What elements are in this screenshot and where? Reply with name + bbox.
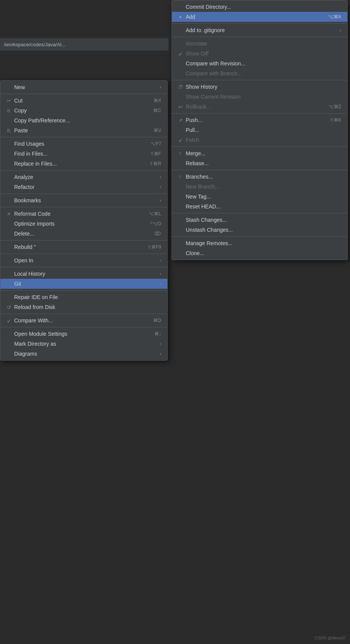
- right-menu-item-unstash-changes[interactable]: Unstash Changes...: [172, 225, 347, 235]
- menu-item-reformat-code[interactable]: ≡ Reformat Code ⌥⌘L: [0, 209, 167, 219]
- submenu-arrow-icon: ›: [160, 258, 161, 263]
- menu-item-diagrams[interactable]: Diagrams ›: [0, 349, 167, 359]
- menu-separator: [172, 23, 347, 24]
- menu-item-label: Find in Files...: [14, 151, 138, 157]
- menu-item-mark-directory-as[interactable]: Mark Directory as ›: [0, 339, 167, 349]
- menu-item-label: Repair IDE on File: [14, 294, 161, 300]
- submenu-arrow-icon: ›: [340, 28, 341, 33]
- menu-item-repair-ide[interactable]: Repair IDE on File: [0, 292, 167, 302]
- right-menu-item-fetch[interactable]: ↙ Fetch: [172, 135, 347, 145]
- menu-item-label: Open Module Settings: [14, 331, 142, 337]
- menu-item-open-in[interactable]: Open In ›: [0, 255, 167, 265]
- right-menu-item-manage-remotes[interactable]: Manage Remotes...: [172, 238, 347, 248]
- submenu-arrow-icon: ›: [160, 184, 161, 190]
- menu-item-label: Diagrams: [14, 351, 157, 357]
- menu-item-rebuild[interactable]: Rebuild '' ⇧⌘F9: [0, 242, 167, 252]
- menu-separator: [0, 94, 167, 94]
- compare-with-icon: ↙: [5, 318, 13, 324]
- menu-separator: [172, 37, 347, 37]
- right-menu-item-annotate[interactable]: Annotate: [172, 39, 347, 49]
- push-icon: ↗: [177, 117, 184, 123]
- menu-item-label: New Tag...: [186, 194, 341, 200]
- menu-item-label: Rebuild '': [14, 244, 135, 250]
- menu-item-open-module-settings[interactable]: Open Module Settings ⌘↓: [0, 329, 167, 339]
- menu-item-replace-in-files[interactable]: Replace in Files... ⇧⌘R: [0, 159, 167, 169]
- right-menu-item-add[interactable]: + Add ⌥⌘A: [172, 12, 347, 22]
- menu-item-label: Stash Changes...: [186, 217, 341, 223]
- right-menu-item-rebase[interactable]: Rebase...: [172, 158, 347, 168]
- menu-item-shortcut: ⌦: [155, 231, 161, 236]
- menu-separator: [0, 194, 167, 194]
- menu-item-copy[interactable]: ⎘ Copy ⌘C: [0, 106, 167, 115]
- branches-icon: ⑂: [177, 174, 184, 180]
- menu-separator: [172, 170, 347, 170]
- menu-item-shortcut: ⌘V: [154, 128, 161, 133]
- right-menu-item-compare-with-revision[interactable]: Compare with Revision...: [172, 59, 347, 68]
- menu-item-label: Compare with Revision...: [186, 60, 341, 67]
- paste-icon: ⎘: [5, 128, 13, 133]
- menu-separator: [0, 267, 167, 267]
- menu-item-delete[interactable]: Delete... ⌦: [0, 229, 167, 239]
- right-menu-item-show-diff[interactable]: ↙ Show Diff: [172, 49, 347, 59]
- menu-item-shortcut: ⌥⌘A: [328, 14, 341, 20]
- menu-item-new[interactable]: New ›: [0, 82, 167, 92]
- menu-item-git[interactable]: Git ›: [0, 279, 167, 289]
- menu-item-copy-path[interactable]: Copy Path/Reference...: [0, 115, 167, 125]
- menu-item-shortcut: ⌥⌘Z: [329, 104, 341, 109]
- menu-item-label: Cut: [14, 98, 141, 104]
- menu-item-shortcut: ⌘D: [153, 318, 161, 323]
- show-history-icon: ⏱: [177, 84, 184, 90]
- menu-item-compare-with[interactable]: ↙ Compare With... ⌘D: [0, 315, 167, 325]
- menu-item-label: Copy: [14, 107, 141, 114]
- menu-item-label: Copy Path/Reference...: [14, 117, 161, 124]
- menu-separator: [0, 290, 167, 291]
- menu-item-find-usages[interactable]: Find Usages ⌥F7: [0, 139, 167, 149]
- menu-item-label: Add to .gitignore: [186, 27, 337, 33]
- menu-item-shortcut: ⌥F7: [150, 141, 161, 146]
- menu-item-label: New: [14, 84, 157, 90]
- right-menu-item-reset-head[interactable]: Reset HEAD...: [172, 202, 347, 211]
- rollback-icon: ↩: [177, 104, 184, 110]
- right-menu-item-show-current-revision[interactable]: Show Current Revision: [172, 92, 347, 102]
- right-menu-item-pull[interactable]: Pull...: [172, 125, 347, 135]
- cut-icon: ✂: [5, 98, 13, 104]
- right-menu-item-new-tag[interactable]: New Tag...: [172, 192, 347, 202]
- menu-item-label: Unstash Changes...: [186, 227, 341, 233]
- menu-item-label: Reload from Disk: [14, 304, 161, 310]
- menu-item-label: Replace in Files...: [14, 161, 137, 167]
- menu-item-reload-from-disk[interactable]: ↺ Reload from Disk: [0, 302, 167, 312]
- add-icon: +: [177, 14, 184, 20]
- menu-item-label: Reformat Code: [14, 211, 136, 217]
- right-menu-item-push[interactable]: ↗ Push... ⇧⌘K: [172, 115, 347, 125]
- right-menu-item-commit-directory[interactable]: Commit Directory...: [172, 2, 347, 12]
- menu-item-shortcut: ^⌥O: [150, 221, 161, 226]
- menu-item-find-in-files[interactable]: Find in Files... ⇧⌘F: [0, 149, 167, 159]
- right-menu-item-merge[interactable]: ⑂ Merge...: [172, 148, 347, 158]
- attribution-text: CSDN @Akira37: [314, 636, 346, 640]
- menu-item-local-history[interactable]: Local History ›: [0, 269, 167, 279]
- right-menu-item-show-history[interactable]: ⏱ Show History: [172, 82, 347, 92]
- menu-item-label: Analyze: [14, 174, 157, 180]
- menu-item-optimize-imports[interactable]: Optimize Imports ^⌥O: [0, 219, 167, 229]
- menu-item-refactor[interactable]: Refactor ›: [0, 182, 167, 192]
- menu-item-paste[interactable]: ⎘ Paste ⌘V: [0, 125, 167, 135]
- menu-item-bookmarks[interactable]: Bookmarks ›: [0, 195, 167, 205]
- menu-item-analyze[interactable]: Analyze ›: [0, 172, 167, 182]
- right-menu-item-compare-with-branch[interactable]: Compare with Branch...: [172, 68, 347, 78]
- right-menu-item-stash-changes[interactable]: Stash Changes...: [172, 215, 347, 225]
- menu-item-shortcut: ⌘↓: [154, 331, 161, 337]
- right-menu-item-new-branch[interactable]: New Branch...: [172, 182, 347, 192]
- menu-item-label: Manage Remotes...: [186, 240, 341, 246]
- fetch-icon: ↙: [177, 137, 184, 143]
- menu-separator: [0, 207, 167, 207]
- menu-item-label: Open In: [14, 257, 157, 263]
- right-menu-item-branches[interactable]: ⑂ Branches...: [172, 172, 347, 182]
- menu-item-shortcut: ⇧⌘F9: [147, 244, 161, 250]
- menu-item-cut[interactable]: ✂ Cut ⌘X: [0, 96, 167, 106]
- menu-item-label: Mark Directory as: [14, 341, 157, 347]
- right-menu-item-add-to-gitignore[interactable]: Add to .gitignore ›: [172, 25, 347, 35]
- submenu-arrow-icon: ›: [160, 351, 161, 356]
- right-menu-item-rollback[interactable]: ↩ Rollback... ⌥⌘Z: [172, 102, 347, 112]
- right-menu-item-clone[interactable]: Clone...: [172, 248, 347, 258]
- menu-item-label: Rebase...: [186, 160, 341, 166]
